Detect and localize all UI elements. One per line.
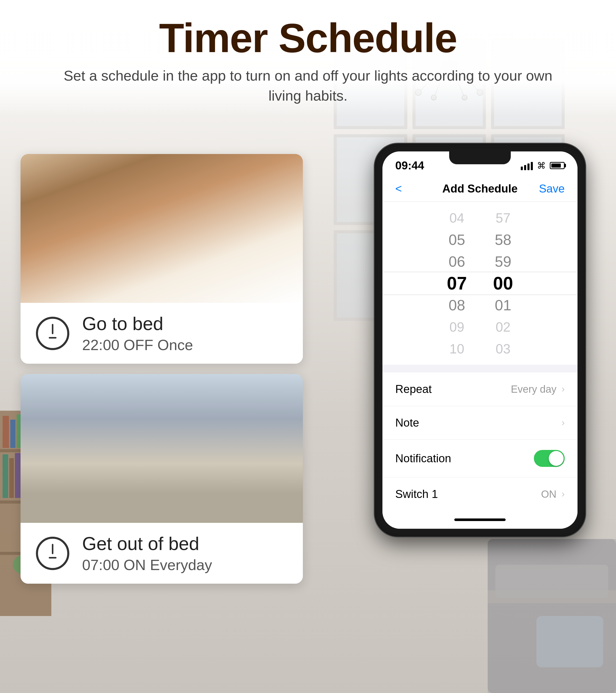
sleep-clock-icon bbox=[36, 317, 69, 350]
svg-rect-15 bbox=[21, 374, 303, 523]
svg-point-22 bbox=[108, 446, 128, 472]
sleep-card-subtitle: 22:00 OFF Once bbox=[82, 336, 193, 353]
svg-point-26 bbox=[182, 441, 208, 472]
nav-back-button[interactable]: < bbox=[395, 182, 402, 195]
wake-card: Get out of bed 07:00 ON Everyday bbox=[21, 374, 303, 584]
sleep-image bbox=[21, 154, 303, 303]
minute-58[interactable]: 58 bbox=[488, 229, 518, 251]
phone-notch bbox=[449, 152, 511, 164]
svg-line-25 bbox=[111, 423, 123, 461]
repeat-row[interactable]: Repeat Every day › bbox=[382, 372, 577, 406]
svg-point-13 bbox=[136, 231, 239, 282]
minute-column[interactable]: 57 58 59 00 01 02 03 bbox=[488, 207, 518, 360]
svg-rect-42 bbox=[9, 458, 14, 498]
note-chevron-icon: › bbox=[561, 417, 565, 428]
sleep-card-info: Go to bed 22:00 OFF Once bbox=[21, 303, 303, 364]
switch1-label: Switch 1 bbox=[395, 488, 438, 500]
signal-bar-1 bbox=[521, 166, 523, 170]
sleep-card: Go to bed 22:00 OFF Once bbox=[21, 154, 303, 364]
hour-09[interactable]: 09 bbox=[441, 316, 472, 338]
signal-bar-4 bbox=[531, 162, 533, 170]
sleep-card-text: Go to bed 22:00 OFF Once bbox=[82, 313, 193, 353]
notification-label: Notification bbox=[395, 452, 451, 465]
svg-rect-19 bbox=[111, 379, 213, 469]
home-bar bbox=[454, 518, 505, 521]
signal-bar-3 bbox=[528, 163, 530, 170]
wake-card-title: Get out of bed bbox=[82, 533, 212, 554]
signal-bar-2 bbox=[524, 165, 526, 170]
minute-00-selected[interactable]: 00 bbox=[488, 272, 518, 294]
nav-title: Add Schedule bbox=[442, 182, 517, 195]
hour-08[interactable]: 08 bbox=[441, 294, 472, 316]
svg-point-12 bbox=[118, 203, 180, 244]
hour-05[interactable]: 05 bbox=[441, 229, 472, 251]
page-title: Timer Schedule bbox=[51, 15, 565, 61]
hour-10[interactable]: 10 bbox=[441, 338, 472, 360]
battery-fill bbox=[551, 163, 561, 167]
wifi-icon: ⌘ bbox=[537, 160, 546, 171]
svg-rect-36 bbox=[10, 420, 15, 448]
repeat-value: Every day › bbox=[511, 383, 565, 395]
wake-image bbox=[21, 374, 303, 523]
phone-body: 09:44 ⌘ < Ad bbox=[375, 144, 585, 536]
phone-mockup: 09:44 ⌘ < Ad bbox=[375, 144, 585, 536]
svg-line-24 bbox=[98, 425, 113, 461]
switch1-value: ON › bbox=[541, 489, 565, 500]
wake-card-info: Get out of bed 07:00 ON Everyday bbox=[21, 523, 303, 584]
svg-line-29 bbox=[205, 415, 221, 459]
note-row[interactable]: Note › bbox=[382, 406, 577, 440]
time-picker-columns: 04 05 06 07 08 09 10 57 58 59 00 01 bbox=[382, 207, 577, 360]
hour-04[interactable]: 04 bbox=[441, 207, 472, 229]
hour-column[interactable]: 04 05 06 07 08 09 10 bbox=[441, 207, 472, 360]
switch1-chevron-icon: › bbox=[561, 489, 565, 499]
svg-line-28 bbox=[167, 418, 185, 459]
phone-screen: 09:44 ⌘ < Ad bbox=[382, 152, 577, 529]
time-picker[interactable]: 04 05 06 07 08 09 10 57 58 59 00 01 bbox=[382, 202, 577, 365]
signal-icon bbox=[521, 161, 533, 170]
minute-57[interactable]: 57 bbox=[488, 207, 518, 229]
svg-rect-20 bbox=[21, 477, 303, 523]
battery-icon bbox=[550, 162, 565, 169]
wake-card-text: Get out of bed 07:00 ON Everyday bbox=[82, 533, 212, 573]
minute-03[interactable]: 03 bbox=[488, 338, 518, 360]
svg-rect-35 bbox=[3, 416, 9, 448]
nav-bar-inner: < Add Schedule Save bbox=[382, 176, 577, 202]
minute-59[interactable]: 59 bbox=[488, 251, 518, 272]
nav-bar: < Add Schedule Save bbox=[382, 176, 577, 202]
minute-02[interactable]: 02 bbox=[488, 316, 518, 338]
wake-clock-icon bbox=[36, 537, 69, 570]
note-label: Note bbox=[395, 416, 419, 429]
repeat-value-text: Every day bbox=[511, 383, 556, 395]
wake-card-subtitle: 07:00 ON Everyday bbox=[82, 556, 212, 573]
home-indicator bbox=[382, 511, 577, 529]
svg-point-14 bbox=[103, 255, 144, 273]
schedule-cards: Go to bed 22:00 OFF Once bbox=[21, 154, 303, 584]
notification-toggle[interactable] bbox=[534, 450, 565, 467]
header: Timer Schedule Set a schedule in the app… bbox=[0, 0, 616, 116]
page-subtitle: Set a schedule in the app to turn on and… bbox=[51, 66, 565, 106]
toggle-thumb bbox=[549, 451, 564, 466]
svg-rect-54 bbox=[495, 565, 608, 598]
note-value: › bbox=[561, 417, 565, 428]
status-time: 09:44 bbox=[395, 159, 424, 172]
svg-rect-41 bbox=[3, 454, 8, 498]
svg-rect-16 bbox=[111, 379, 213, 469]
notification-value bbox=[534, 450, 565, 467]
svg-point-30 bbox=[57, 464, 262, 495]
nav-save-button[interactable]: Save bbox=[539, 182, 565, 195]
svg-rect-27 bbox=[181, 454, 209, 492]
sleep-card-title: Go to bed bbox=[82, 313, 193, 334]
svg-rect-21 bbox=[21, 464, 303, 490]
svg-rect-10 bbox=[21, 154, 303, 303]
svg-point-11 bbox=[33, 185, 213, 288]
repeat-label: Repeat bbox=[395, 383, 432, 396]
hour-07-selected[interactable]: 07 bbox=[441, 272, 472, 294]
minute-01[interactable]: 01 bbox=[488, 294, 518, 316]
pillow-decoration bbox=[536, 616, 603, 667]
switch1-row[interactable]: Switch 1 ON › bbox=[382, 477, 577, 511]
switch1-value-text: ON bbox=[541, 489, 556, 500]
notification-row[interactable]: Notification bbox=[382, 440, 577, 477]
svg-rect-23 bbox=[108, 456, 128, 492]
settings-section: Repeat Every day › Note › Notification bbox=[382, 372, 577, 511]
hour-06[interactable]: 06 bbox=[441, 251, 472, 272]
